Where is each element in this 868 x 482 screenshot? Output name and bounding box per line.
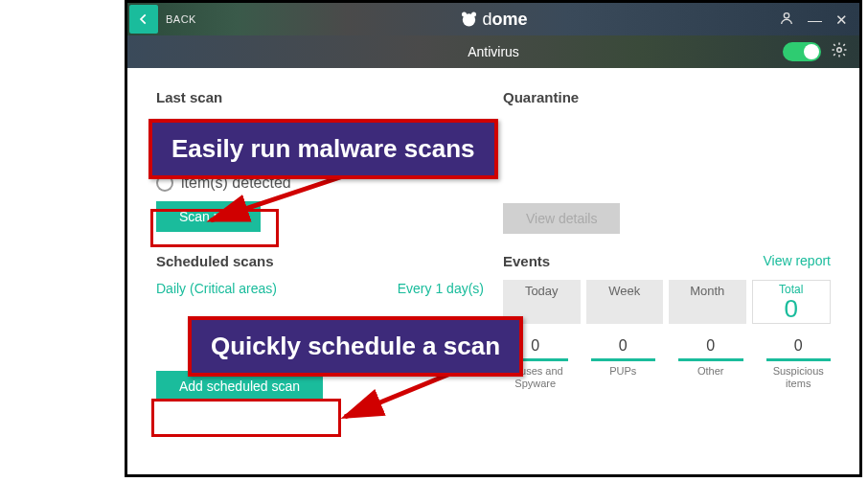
svg-point-2 [471,12,476,17]
callout-scan: Easily run malware scans [148,119,498,179]
window-controls: — ✕ [779,11,859,28]
close-button[interactable]: ✕ [835,12,848,27]
view-details-button[interactable]: View details [503,203,620,234]
events-stats: 0Viruses and Spyware 0PUPs 0Other 0Suspi… [503,337,831,390]
section-bar: Antivirus [127,35,859,68]
stat-suspicious: 0Suspicious items [766,337,832,390]
panda-logo-icon [459,10,478,29]
svg-point-3 [784,13,788,18]
svg-point-4 [837,48,842,53]
minimize-button[interactable]: — [808,12,822,27]
svg-point-1 [462,12,467,17]
events-heading: Events [503,253,550,269]
section-title: Antivirus [468,44,519,59]
back-button[interactable] [129,5,158,34]
user-icon[interactable] [779,11,794,28]
quarantine-heading: Quarantine [503,89,831,105]
scan-now-button[interactable]: Scan now [156,201,261,232]
stat-pups: 0PUPs [591,337,656,390]
callout-schedule: Quickly schedule a scan [188,316,523,377]
tab-week[interactable]: Week [586,280,664,324]
chevron-left-icon [137,12,150,26]
scheduled-heading: Scheduled scans [156,253,484,269]
app-window: BACK dome — ✕ Antivirus Last scan item(s… [125,0,862,477]
back-label: BACK [166,13,196,25]
brand: dome [459,10,527,30]
events-tabs: Today Week Month Total 0 [503,280,831,324]
events-section: Events View report Today Week Month Tota… [503,253,831,402]
stat-other: 0Other [678,337,743,390]
antivirus-toggle[interactable] [783,42,821,61]
tab-total-value: 0 [755,296,829,321]
gear-icon[interactable] [831,41,848,62]
brand-text: dome [482,10,527,30]
scheduled-item-freq: Every 1 day(s) [398,281,484,296]
tab-total[interactable]: Total 0 [752,280,832,324]
scheduled-item[interactable]: Daily (Critical areas) Every 1 day(s) [156,281,484,296]
tab-month[interactable]: Month [669,280,746,324]
last-scan-heading: Last scan [156,89,484,105]
quarantine-section: Quarantine View details [503,89,831,234]
scheduled-item-name: Daily (Critical areas) [156,281,277,296]
view-report-link[interactable]: View report [763,253,831,268]
titlebar: BACK dome — ✕ [127,3,859,35]
